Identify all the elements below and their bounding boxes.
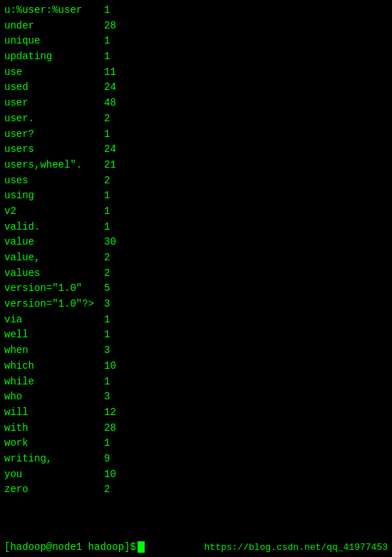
line-count: 9	[104, 451, 110, 467]
terminal-line: you10	[4, 467, 388, 483]
line-count: 10	[104, 359, 116, 374]
terminal-line: while1	[4, 374, 388, 390]
terminal-line: who3	[4, 389, 388, 405]
terminal-line: version="1.0"?>3	[4, 297, 388, 312]
line-count: 3	[104, 343, 110, 359]
line-count: 1	[104, 127, 110, 143]
line-count: 1	[104, 312, 110, 328]
line-word: which	[4, 359, 104, 374]
line-count: 28	[104, 19, 116, 34]
terminal-line: under28	[4, 19, 388, 34]
terminal-line: uses2	[4, 173, 388, 189]
line-count: 2	[104, 111, 110, 127]
line-word: used	[4, 80, 104, 96]
line-word: valid.	[4, 220, 104, 235]
line-word: when	[4, 343, 104, 359]
terminal-line: writing,9	[4, 451, 388, 467]
terminal-line: version="1.0"5	[4, 281, 388, 297]
line-count: 1	[104, 220, 110, 235]
terminal-line: users,wheel".21	[4, 158, 388, 173]
line-word: zero	[4, 482, 104, 498]
terminal-line: used24	[4, 80, 388, 96]
line-word: via	[4, 312, 104, 328]
prompt-text: [hadoop@node1 hadoop]$	[4, 541, 136, 553]
terminal-line: users24	[4, 142, 388, 158]
terminal-line: user.2	[4, 111, 388, 127]
line-count: 48	[104, 96, 116, 111]
line-count: 2	[104, 266, 110, 282]
line-count: 21	[104, 158, 116, 173]
line-count: 1	[104, 436, 110, 451]
line-count: 28	[104, 421, 116, 436]
line-count: 1	[104, 188, 110, 204]
terminal-prompt: [hadoop@node1 hadoop]$	[4, 541, 145, 553]
line-word: user.	[4, 111, 104, 127]
line-word: with	[4, 421, 104, 436]
terminal-line: values2	[4, 266, 388, 282]
line-word: uses	[4, 173, 104, 189]
line-word: work	[4, 436, 104, 451]
line-word: value	[4, 235, 104, 250]
terminal-line: work1	[4, 436, 388, 451]
line-word: who	[4, 389, 104, 405]
terminal-line: u:%user:%user1	[4, 3, 388, 19]
line-word: using	[4, 188, 104, 204]
terminal-line: well1	[4, 327, 388, 343]
terminal-line: via1	[4, 312, 388, 328]
line-count: 1	[104, 49, 110, 65]
line-count: 2	[104, 250, 110, 266]
line-word: under	[4, 19, 104, 34]
url-text: https://blog.csdn.net/qq_41977453	[205, 542, 388, 553]
line-word: users,wheel".	[4, 158, 104, 173]
line-count: 2	[104, 482, 110, 498]
line-word: users	[4, 142, 104, 158]
line-word: well	[4, 327, 104, 343]
terminal-line: user48	[4, 96, 388, 111]
line-word: updating	[4, 49, 104, 65]
line-count: 1	[104, 204, 110, 220]
line-count: 3	[104, 297, 110, 312]
line-word: user	[4, 96, 104, 111]
line-count: 24	[104, 80, 116, 96]
terminal-line: user?1	[4, 127, 388, 143]
terminal-line: v21	[4, 204, 388, 220]
line-count: 24	[104, 142, 116, 158]
line-count: 12	[104, 405, 116, 421]
line-word: use	[4, 65, 104, 81]
terminal-line: which10	[4, 359, 388, 374]
line-word: while	[4, 374, 104, 390]
line-count: 30	[104, 235, 116, 250]
terminal-line: unique1	[4, 34, 388, 49]
line-word: unique	[4, 34, 104, 49]
terminal-bottom-bar: [hadoop@node1 hadoop]$ https://blog.csdn…	[4, 540, 388, 554]
terminal-line: value30	[4, 235, 388, 250]
line-word: v2	[4, 204, 104, 220]
terminal-line: with28	[4, 421, 388, 436]
terminal-output: u:%user:%user1under28unique1updating1use…	[4, 3, 388, 538]
line-word: values	[4, 266, 104, 282]
line-count: 5	[104, 281, 110, 297]
line-word: writing,	[4, 451, 104, 467]
line-word: version="1.0"	[4, 281, 104, 297]
line-count: 3	[104, 389, 110, 405]
terminal-line: will12	[4, 405, 388, 421]
terminal-line: zero2	[4, 482, 388, 498]
line-count: 1	[104, 3, 110, 19]
line-word: you	[4, 467, 104, 483]
line-word: value,	[4, 250, 104, 266]
terminal-window: u:%user:%user1under28unique1updating1use…	[0, 0, 392, 557]
line-count: 1	[104, 327, 110, 343]
line-count: 1	[104, 34, 110, 49]
line-word: user?	[4, 127, 104, 143]
terminal-line: when3	[4, 343, 388, 359]
terminal-line: use11	[4, 65, 388, 81]
terminal-line: using1	[4, 188, 388, 204]
terminal-line: value,2	[4, 250, 388, 266]
line-word: u:%user:%user	[4, 3, 104, 19]
cursor	[138, 541, 145, 553]
terminal-line: updating1	[4, 49, 388, 65]
line-count: 11	[104, 65, 116, 81]
line-word: will	[4, 405, 104, 421]
terminal-line: valid.1	[4, 220, 388, 235]
line-count: 10	[104, 467, 116, 483]
